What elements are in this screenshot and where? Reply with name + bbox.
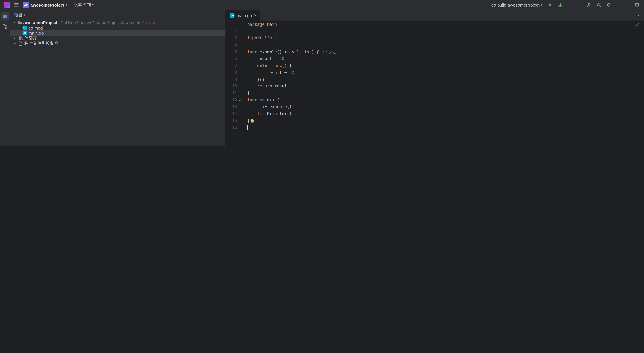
editor-tab-bar: GO main.go × ⋮ (226, 10, 644, 20)
line-number[interactable]: 10 (226, 83, 237, 90)
run-configuration-selector[interactable]: go build awesomeProject ▾ (491, 2, 542, 7)
code-line[interactable]: 6 result = 10 (226, 56, 644, 62)
tree-row-scratches[interactable]: ▸ 临时文件和控制台 (10, 41, 226, 46)
tree-file-name: main.go (28, 31, 44, 36)
editor-pane: GO main.go × ⋮ 1package main23import "fm… (226, 10, 644, 146)
bug-icon (558, 2, 563, 8)
intention-bulb-icon[interactable] (250, 119, 254, 122)
line-number[interactable]: 6 (226, 56, 237, 62)
search-everywhere-button[interactable] (595, 1, 603, 9)
code-line[interactable]: 12▶func main() { (226, 97, 644, 104)
run-button[interactable] (546, 1, 554, 9)
chevron-down-icon: ▾ (66, 3, 67, 6)
go-file-icon: GO (230, 13, 235, 18)
code-line[interactable]: 2 (226, 28, 644, 35)
code-line[interactable]: 14 fmt.Println(r) (226, 110, 644, 117)
code-editor[interactable]: 1package main23import "fmt"45func exampl… (226, 20, 644, 146)
line-number[interactable]: 16 (226, 124, 237, 131)
usages-hint[interactable]: 1 个用法 (322, 50, 336, 54)
line-number[interactable]: 1 (226, 22, 237, 28)
code-line[interactable]: 1package main (226, 22, 644, 28)
editor-tab-main-go[interactable]: GO main.go × (226, 10, 260, 20)
ide-window: AP awesomeProject ▾ 版本控制 ▾ go build awes… (0, 0, 644, 146)
gear-icon: ⚙ (606, 2, 611, 7)
editor-tab-label: main.go (236, 13, 252, 18)
chevron-right-icon[interactable]: ▸ (14, 36, 17, 40)
project-badge: AP (23, 2, 29, 8)
code-line[interactable]: 5func example() (result int) {1 个用法 (226, 49, 644, 56)
code-with-me-button[interactable] (585, 1, 593, 9)
code-line[interactable]: 3import "fmt" (226, 35, 644, 42)
play-icon (548, 2, 553, 7)
maximize-icon (635, 3, 638, 6)
line-number[interactable]: 2 (226, 28, 237, 35)
structure-icon (2, 24, 8, 29)
user-icon (586, 2, 592, 8)
chevron-down-icon: ▾ (541, 3, 542, 6)
line-number[interactable]: 15 (226, 117, 237, 124)
project-panel-title: 项目 (14, 12, 23, 18)
settings-button[interactable]: ⚙ (604, 1, 613, 9)
minimize-icon (624, 5, 628, 5)
line-number[interactable]: 14 (226, 110, 237, 117)
code-line[interactable]: 9 }() (226, 76, 644, 83)
folder-icon (2, 14, 8, 19)
line-number[interactable]: 12 (226, 97, 237, 104)
tree-node-label: 外部库 (24, 36, 37, 41)
main-menu-button[interactable] (12, 1, 20, 9)
maximize-button[interactable] (632, 1, 642, 9)
code-line[interactable]: 4 (226, 42, 644, 49)
code-line[interactable]: 11} (226, 90, 644, 97)
line-number[interactable]: 13 (226, 104, 237, 110)
more-actions-button[interactable]: ⋮ (566, 1, 574, 9)
structure-toolwindow-button[interactable] (1, 22, 9, 31)
go-file-icon: GO (23, 31, 27, 36)
more-toolwindows-button[interactable]: ⋯ (1, 32, 9, 41)
tree-node-label: 临时文件和控制台 (24, 41, 59, 46)
project-widget[interactable]: AP awesomeProject ▾ (22, 1, 68, 9)
run-gutter-icon[interactable]: ▶ (239, 97, 241, 104)
code-line[interactable]: 13 r := example() (226, 104, 644, 110)
activity-bar: ⋯ (0, 10, 10, 146)
tab-options-button[interactable]: ⋮ (636, 13, 641, 18)
tree-row-external-libraries[interactable]: ▸ 外部库 (10, 36, 226, 41)
vcs-widget-label: 版本控制 (74, 2, 91, 8)
line-number[interactable]: 11 (226, 90, 237, 97)
tree-row-root[interactable]: ▾ awesomeProject C:\Users\meowr\GolandPr… (10, 20, 226, 25)
line-number[interactable]: 3 (226, 35, 237, 42)
line-number[interactable]: 7 (226, 62, 237, 69)
chevron-right-icon[interactable]: ▸ (14, 42, 17, 45)
tree-row-file[interactable]: GO go.mod (10, 25, 226, 30)
chevron-down-icon: ▾ (24, 14, 25, 17)
chevron-down-icon[interactable]: ▾ (13, 21, 16, 24)
chevron-down-icon: ▾ (92, 3, 94, 6)
folder-icon (17, 20, 22, 25)
run-configuration-label: go build awesomeProject (491, 2, 539, 7)
project-toolwindow-button[interactable] (1, 12, 9, 20)
line-number[interactable]: 5 (226, 49, 237, 56)
code-line[interactable]: 7 defer func() { (226, 62, 644, 69)
code-lines: 1package main23import "fmt"45func exampl… (226, 22, 644, 131)
text-caret (247, 125, 248, 130)
hamburger-icon (12, 3, 20, 7)
code-line[interactable]: 10 return result (226, 83, 644, 90)
line-number[interactable]: 4 (226, 42, 237, 49)
search-icon (596, 2, 602, 8)
line-number[interactable]: 8 (226, 69, 237, 76)
tree-file-name: go.mod (28, 25, 43, 30)
project-widget-label: awesomeProject (30, 2, 64, 7)
line-number[interactable]: 9 (226, 76, 237, 83)
tree-root-path: C:\Users\meowr\GolandProjects\awesomePro… (60, 20, 155, 25)
code-line[interactable]: 15} (226, 117, 644, 124)
code-line[interactable]: 16 (226, 124, 644, 131)
minimize-button[interactable] (622, 1, 631, 9)
debug-button[interactable] (556, 1, 564, 9)
project-panel-header[interactable]: 项目 ▾ (10, 10, 226, 20)
close-tab-icon[interactable]: × (254, 13, 257, 18)
tree-row-file-selected[interactable]: GO main.go (10, 30, 226, 36)
kebab-icon: ⋮ (568, 2, 572, 8)
vcs-widget[interactable]: 版本控制 ▾ (74, 2, 94, 8)
libraries-icon (18, 36, 23, 41)
code-line[interactable]: 8 result = 50 (226, 69, 644, 76)
scratches-icon (18, 41, 23, 46)
